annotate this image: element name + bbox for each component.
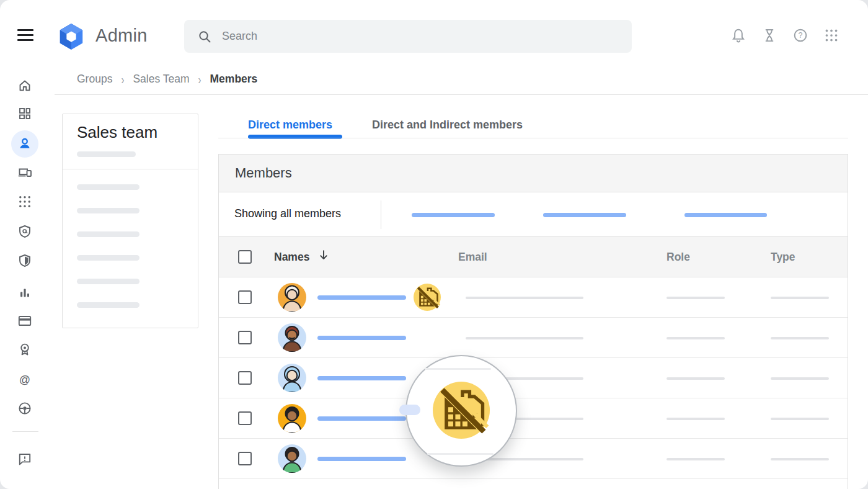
group-menu-placeholder[interactable] — [77, 255, 140, 261]
help-icon[interactable]: ? — [792, 27, 808, 43]
group-subtitle-placeholder — [77, 151, 136, 157]
sidebar-item-reporting[interactable] — [17, 285, 32, 300]
row-checkbox[interactable] — [238, 331, 252, 344]
group-menu-placeholder[interactable] — [77, 302, 140, 308]
divider — [63, 169, 198, 169]
breadcrumb-members: Members — [210, 73, 258, 86]
breadcrumb-sales-team[interactable]: Sales Team — [133, 73, 189, 86]
group-menu-placeholder[interactable] — [77, 208, 140, 213]
chevron-right-icon: › — [198, 72, 202, 86]
sidebar-item-billing[interactable] — [17, 313, 32, 328]
column-header-email[interactable]: Email — [458, 251, 487, 264]
search-input[interactable] — [221, 29, 595, 43]
member-role-placeholder — [666, 458, 725, 460]
organization-off-icon — [433, 382, 490, 439]
sidebar-item-directory-active[interactable] — [11, 130, 38, 158]
tab-direct-indirect-members[interactable]: Direct and Indirect members — [372, 119, 523, 132]
table-row[interactable] — [219, 358, 848, 398]
security-shield-icon — [17, 253, 32, 268]
certificate-badge-icon — [17, 342, 32, 357]
sort-descending-arrow-icon[interactable] — [317, 248, 330, 262]
sidebar-item-account[interactable]: @ — [17, 372, 32, 387]
sidebar-item-dashboard[interactable] — [17, 106, 32, 121]
hamburger-menu-icon[interactable] — [17, 29, 33, 42]
table-row[interactable] — [219, 398, 848, 439]
search-bar[interactable] — [184, 20, 632, 53]
sidebar-item-shield-at[interactable] — [17, 224, 32, 239]
filter-chip-placeholder[interactable] — [543, 213, 626, 217]
devices-icon — [17, 165, 32, 180]
member-type-placeholder — [771, 337, 829, 339]
member-role-placeholder — [666, 337, 725, 339]
member-email-placeholder — [466, 297, 583, 299]
filter-band: Showing all members — [219, 192, 848, 237]
product-name: Admin — [95, 25, 148, 46]
sidebar-item-certificate[interactable] — [17, 342, 32, 357]
group-menu-placeholder[interactable] — [77, 184, 140, 190]
members-header-band: Members — [219, 155, 848, 192]
table-footer-strip — [219, 479, 848, 489]
feedback-icon — [17, 452, 32, 467]
row-checkbox[interactable] — [238, 371, 252, 385]
member-type-placeholder — [771, 377, 829, 380]
organization-off-icon — [414, 284, 441, 311]
steering-wheel-icon — [17, 401, 32, 416]
table-row[interactable] — [219, 318, 848, 358]
sidebar-item-devices[interactable] — [17, 165, 32, 180]
magnified-name-pill-fade — [399, 405, 420, 415]
member-name-placeholder — [317, 416, 406, 421]
apps-grid-icon[interactable] — [823, 27, 839, 43]
reporting-chart-icon — [17, 285, 32, 300]
member-tabs: Direct members Direct and Indirect membe… — [218, 115, 848, 138]
sidebar-item-feedback[interactable] — [17, 452, 32, 467]
row-checkbox[interactable] — [238, 411, 252, 425]
magnifier-lens — [405, 355, 517, 467]
member-avatar — [278, 323, 306, 352]
table-row[interactable] — [219, 277, 848, 318]
row-checkbox[interactable] — [238, 290, 252, 304]
magnified-line-placeholder — [425, 368, 491, 370]
filter-chip-placeholder[interactable] — [412, 213, 495, 217]
member-avatar — [278, 364, 306, 392]
group-detail-card: Sales team — [62, 114, 198, 328]
member-email-placeholder — [466, 337, 583, 339]
group-menu-placeholder[interactable] — [77, 231, 140, 237]
sidebar-item-apps[interactable] — [17, 194, 32, 209]
member-name-placeholder — [317, 457, 406, 461]
column-header-names[interactable]: Names — [274, 251, 309, 264]
member-role-placeholder — [666, 377, 725, 380]
svg-text:?: ? — [799, 31, 803, 40]
group-title: Sales team — [77, 123, 157, 142]
sidebar-item-rules[interactable] — [17, 401, 32, 416]
member-type-placeholder — [771, 458, 829, 460]
member-role-placeholder — [666, 297, 725, 299]
divider — [218, 138, 848, 138]
member-name-placeholder — [317, 336, 406, 340]
sidebar-item-home[interactable] — [17, 78, 32, 93]
member-type-placeholder — [771, 297, 829, 299]
chevron-right-icon: › — [121, 72, 124, 86]
table-header-row: Names Email Role Type — [219, 237, 848, 277]
select-all-checkbox[interactable] — [238, 250, 252, 264]
pending-tasks-hourglass-icon[interactable] — [761, 27, 777, 43]
column-header-role[interactable]: Role — [666, 251, 690, 264]
filter-chip-placeholder[interactable] — [684, 213, 767, 217]
home-icon — [17, 78, 32, 93]
member-name-placeholder — [317, 376, 406, 380]
apps-icon — [17, 194, 32, 209]
tab-direct-members[interactable]: Direct members — [248, 119, 332, 132]
breadcrumb-groups[interactable]: Groups — [77, 73, 112, 86]
sidebar-item-security[interactable] — [17, 253, 32, 268]
column-header-type[interactable]: Type — [771, 251, 795, 264]
billing-card-icon — [17, 313, 32, 328]
table-row[interactable] — [219, 439, 848, 479]
group-menu-placeholder[interactable] — [77, 279, 140, 284]
member-avatar — [278, 283, 306, 312]
admin-console-window: Admin ? Groups › Sales Team › Membe — [0, 0, 868, 489]
notifications-bell-icon[interactable] — [730, 27, 746, 43]
row-checkbox[interactable] — [238, 452, 252, 465]
divider — [381, 200, 381, 229]
member-name-placeholder — [317, 295, 406, 300]
member-avatar — [278, 404, 306, 433]
member-type-placeholder — [771, 418, 829, 420]
